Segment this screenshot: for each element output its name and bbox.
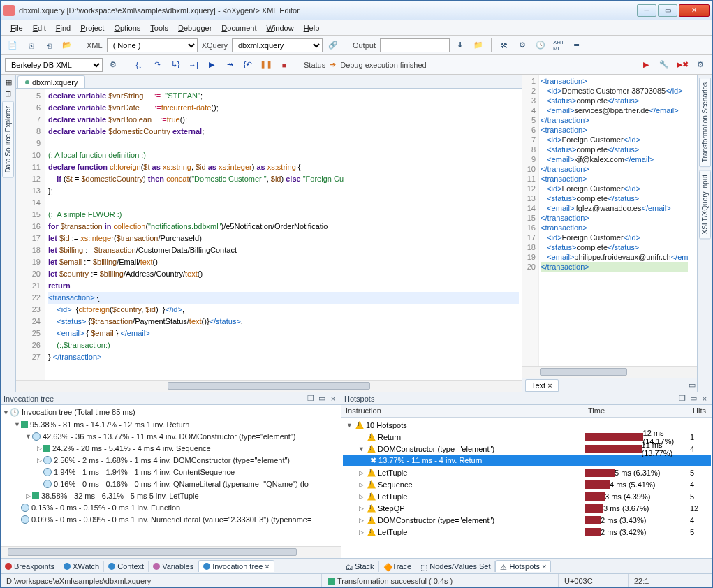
results-tabs[interactable]: Text × ▭ <box>522 378 697 392</box>
close-button[interactable]: ✕ <box>679 4 710 17</box>
tree-row[interactable]: 0.09% - 0 ms - 0.09% - 0 ms 1 inv. Numer… <box>2 513 339 525</box>
hotspots-tree[interactable]: ▼ 10 Hotspots Return 12 ms (14.17%)1▼ DO… <box>341 418 712 558</box>
menu-window[interactable]: Window <box>262 22 297 34</box>
tree-mode-icon[interactable]: ⊞ <box>5 89 11 98</box>
code-source[interactable]: declare variable $varString := "STEFAN";… <box>45 89 522 380</box>
tab-stack[interactable]: 🗂Stack <box>341 561 379 572</box>
configure-icon[interactable]: 🛠 <box>497 38 512 53</box>
step-over-icon[interactable]: ↷ <box>149 57 165 73</box>
debug-settings-icon[interactable]: 🔧 <box>656 57 672 73</box>
invocation-tree[interactable]: ▼🕓 Invocation tree (Total time 85 ms)▼95… <box>1 405 341 546</box>
col-hits[interactable]: Hits <box>689 405 712 417</box>
hotspot-row[interactable]: ✖ 13.77% - 11 ms - 4 inv. Return <box>343 455 711 466</box>
close-panel-icon[interactable]: × <box>328 394 338 404</box>
xml-output[interactable]: 1234567891011121314151617181920 <transac… <box>522 75 697 366</box>
resume-icon[interactable]: ▶ <box>204 57 219 73</box>
results-scrollbar-h[interactable] <box>522 366 697 378</box>
xml-select[interactable]: ( None ) <box>107 38 198 52</box>
toolbar-main[interactable]: 📄 ⎘ ⎗ 📂 XML ( None ) XQuery dbxml.xquery… <box>1 36 712 55</box>
menu-document[interactable]: Document <box>217 22 260 34</box>
run-profiling-icon[interactable]: ▶ <box>638 57 654 73</box>
menu-file[interactable]: File <box>6 22 27 34</box>
run-to-end-icon[interactable]: ↠ <box>222 57 237 73</box>
tree-row[interactable]: ▷38.58% - 32 ms - 6.31% - 5 ms 5 inv. Le… <box>2 490 339 501</box>
sidebar-left[interactable]: ▦ ⊞ Data Source Explorer <box>1 75 16 392</box>
xquery-scenario-icon[interactable]: ⎗ <box>41 38 57 53</box>
tab-variables[interactable]: Variables <box>149 561 198 572</box>
step-back-icon[interactable]: {↶ <box>240 57 256 73</box>
close-icon[interactable]: × <box>542 562 546 571</box>
menu-help[interactable]: Help <box>300 22 324 34</box>
invocation-tabs[interactable]: BreakpointsXWatchContextVariablesInvocat… <box>1 558 341 573</box>
titlebar[interactable]: dbxml.xquery [D:\workspace\eXml\samples\… <box>1 1 712 20</box>
editor-mode-icon[interactable]: ▦ <box>5 78 12 87</box>
xhtml-icon[interactable]: XHTML <box>551 38 566 53</box>
hotspots-columns[interactable]: Instruction Time Hits <box>341 405 712 418</box>
stop-icon[interactable]: ■ <box>277 57 292 73</box>
xquery-select[interactable]: dbxml.xquery <box>232 38 323 52</box>
tab-breakpoints[interactable]: Breakpoints <box>1 561 59 572</box>
close-icon[interactable]: × <box>265 562 269 571</box>
tab-xwatch[interactable]: XWatch <box>59 561 104 572</box>
xslt-scenario-icon[interactable]: ⎘ <box>23 38 38 53</box>
run-debug-icon[interactable]: ▶✖ <box>675 57 690 73</box>
menu-options[interactable]: Options <box>110 22 145 34</box>
tree-row[interactable]: ▷24.2% - 20 ms - 5.41% - 4 ms 4 inv. Seq… <box>2 442 339 454</box>
hotspot-row[interactable]: ▷ DOMConstructor (type="element") 2 ms (… <box>343 514 711 526</box>
minimize-panel-icon[interactable]: ▭ <box>689 394 698 404</box>
open-icon[interactable]: 📂 <box>59 38 75 53</box>
col-instruction[interactable]: Instruction <box>341 405 584 417</box>
tree-row[interactable]: 0.15% - 0 ms - 0.15% - 0 ms 1 inv. Funct… <box>2 501 339 513</box>
step-out-icon[interactable]: ↳} <box>168 57 183 73</box>
hotspot-row[interactable]: ▷ LetTuple 2 ms (3.42%)5 <box>343 526 711 538</box>
menu-find[interactable]: Find <box>52 22 75 34</box>
menu-tools[interactable]: Tools <box>146 22 172 34</box>
hotspot-row[interactable]: ▷ LetTuple 3 ms (4.39%)5 <box>343 490 711 502</box>
debug-profile-select[interactable]: Berkeley DB XML <box>5 58 103 72</box>
tab-context[interactable]: Context <box>104 561 149 572</box>
step-into-icon[interactable]: {↓ <box>131 57 147 73</box>
minimize-button[interactable]: ─ <box>637 4 656 17</box>
hotspot-row[interactable]: ▷ LetTuple 5 ms (6.31%)5 <box>343 466 711 478</box>
run-to-cursor-icon[interactable]: →| <box>186 57 201 73</box>
engine-settings-icon[interactable]: ⚙ <box>105 57 121 73</box>
side-tab-data-source[interactable]: Data Source Explorer <box>2 101 14 178</box>
hotspots-tabs[interactable]: 🗂Stack🔶Trace⬚Nodes/Values Set⚠Hotspots × <box>341 558 712 573</box>
results-tab-text[interactable]: Text × <box>525 379 559 392</box>
hotspot-row[interactable]: ▼ DOMConstructor (type="element") 11 ms … <box>343 443 711 455</box>
close-icon[interactable]: × <box>547 381 552 390</box>
browse-icon[interactable]: 📁 <box>471 38 486 53</box>
minimize-panel-icon[interactable]: ▭ <box>317 394 327 404</box>
editor-tabs[interactable]: dbxml.xquery <box>16 75 522 89</box>
restore-icon[interactable]: ❐ <box>677 394 687 404</box>
editor-scrollbar-h[interactable] <box>16 380 522 392</box>
maximize-button[interactable]: ▭ <box>658 4 677 17</box>
menu-edit[interactable]: Edit <box>29 22 50 34</box>
output-field[interactable] <box>380 38 450 52</box>
gear-icon[interactable]: ⚙ <box>693 57 708 73</box>
transform-icon[interactable]: ⚙ <box>515 38 530 53</box>
editor-tab-active[interactable]: dbxml.xquery <box>17 75 85 88</box>
hotspot-row[interactable]: ▷ StepQP 3 ms (3.67%)12 <box>343 502 711 514</box>
invocation-scrollbar-h[interactable] <box>1 546 341 558</box>
tab-trace[interactable]: 🔶Trace <box>379 561 417 572</box>
save-output-icon[interactable]: ⬇ <box>453 38 468 53</box>
tree-row[interactable]: 1.94% - 1 ms - 1.94% - 1 ms 4 inv. Conte… <box>2 466 339 478</box>
tab-invocation-tree[interactable]: Invocation tree × <box>198 560 274 572</box>
tab-nodes-values-set[interactable]: ⬚Nodes/Values Set <box>416 561 495 572</box>
tree-row[interactable]: ▼🕓 Invocation tree (Total time 85 ms) <box>2 406 339 418</box>
menubar[interactable]: FileEditFindProjectOptionsToolsDebuggerD… <box>1 20 712 36</box>
menu-project[interactable]: Project <box>76 22 108 34</box>
profiler-icon[interactable]: 🕓 <box>533 38 548 53</box>
maximize-icon[interactable]: ▭ <box>687 381 697 390</box>
toolbar-debug[interactable]: Berkeley DB XML ⚙ {↓ ↷ ↳} →| ▶ ↠ {↶ ❚❚ ■… <box>1 55 712 75</box>
new-file-icon[interactable]: 📄 <box>5 38 20 53</box>
side-tab-xquery-input[interactable]: XSLT/XQuery input <box>699 170 711 239</box>
col-time[interactable]: Time <box>584 405 689 417</box>
toggle-layout-icon[interactable]: ≣ <box>569 38 585 53</box>
pause-icon[interactable]: ❚❚ <box>258 57 274 73</box>
link-icon[interactable]: 🔗 <box>325 38 341 53</box>
hotspot-row[interactable]: ▷ Sequence 4 ms (5.41%)4 <box>343 478 711 490</box>
tree-row[interactable]: ▷2.56% - 2 ms - 1.68% - 1 ms 4 inv. DOMC… <box>2 454 339 466</box>
sidebar-right[interactable]: Transformation Scenarios XSLT/XQuery inp… <box>697 75 712 392</box>
